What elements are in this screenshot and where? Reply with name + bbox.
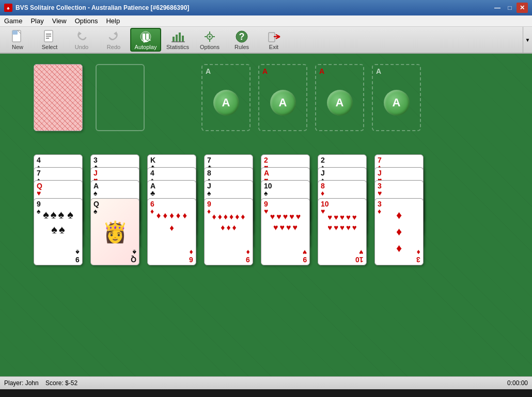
card-back-pattern <box>34 65 82 131</box>
exit-label: Exit <box>269 44 278 50</box>
redo-label: Redo <box>107 44 120 50</box>
window-controls: — □ ✕ <box>492 3 528 13</box>
statusbar: Player: John Score: $-52 0:00:00 <box>0 376 532 389</box>
game-area[interactable]: A A A A A A A A 4♠ 4♠ ♠ 7♠ 7♠ Q♥ Q♥ 9♠ 9… <box>0 54 532 376</box>
menu-game[interactable]: Game <box>0 15 26 26</box>
player-score: Player: John Score: $-52 <box>4 379 77 387</box>
tableau-1-card-4[interactable]: 9♠ 9♠ ♠♠♠ ♠♠♠ <box>34 198 83 265</box>
select-label: Select <box>42 44 58 50</box>
tableau-2-card-4[interactable]: Q♠ Q♠ 👸 <box>90 198 139 265</box>
select-icon <box>42 29 57 44</box>
queen-spades-image: 👸 <box>96 209 134 255</box>
foundation-3[interactable]: A A <box>315 64 364 131</box>
game-time: 0:00:00 <box>507 379 528 387</box>
undo-label: Undo <box>75 44 88 50</box>
toolbar: New Select Undo R <box>0 27 532 54</box>
foundation-4-ace: A <box>384 90 410 116</box>
minimize-button[interactable]: — <box>492 3 503 13</box>
stock-pile[interactable] <box>34 64 83 131</box>
foundation-3-rank: A <box>319 67 324 75</box>
toolbar-scroll[interactable]: ▼ <box>523 27 532 53</box>
select-button[interactable]: Select <box>34 28 65 52</box>
menu-help[interactable]: Help <box>102 15 124 26</box>
close-button[interactable]: ✕ <box>517 3 528 13</box>
new-icon <box>10 29 25 44</box>
statistics-icon <box>170 29 185 44</box>
score-label: Score: $-52 <box>45 379 77 387</box>
foundation-2-ace: A <box>270 90 296 116</box>
player-label: Player: John <box>4 379 39 387</box>
app-icon: ♠ <box>4 4 12 12</box>
tableau-7-card-4[interactable]: 3♦ 3♦ ♦ ♦ ♦ <box>374 198 424 265</box>
svg-rect-14 <box>173 37 175 42</box>
new-button[interactable]: New <box>2 28 33 52</box>
undo-button[interactable]: Undo <box>66 28 97 52</box>
svg-rect-1 <box>12 30 18 35</box>
rules-button[interactable]: ? Rules <box>226 28 257 52</box>
foundation-3-ace: A <box>327 90 353 116</box>
menu-view[interactable]: View <box>48 15 71 26</box>
waste-pile[interactable] <box>96 64 145 131</box>
svg-rect-15 <box>176 35 178 42</box>
statistics-label: Statistics <box>166 44 189 50</box>
options-icon <box>202 29 217 44</box>
foundation-1-ace: A <box>213 90 239 116</box>
maximize-button[interactable]: □ <box>504 3 515 13</box>
foundation-2-rank: A <box>262 67 268 75</box>
options-label: Options <box>200 44 220 50</box>
svg-point-20 <box>209 36 211 38</box>
autoplay-icon <box>138 29 153 44</box>
foundation-1[interactable]: A A <box>201 64 251 131</box>
menu-play[interactable]: Play <box>26 15 48 26</box>
redo-button[interactable]: Redo <box>98 28 129 52</box>
new-label: New <box>12 44 23 50</box>
menubar: Game Play View Options Help <box>0 15 532 27</box>
foundation-4-rank: A <box>376 67 381 75</box>
svg-marker-8 <box>114 31 117 36</box>
statistics-button[interactable]: Statistics <box>162 28 193 52</box>
tableau-5-card-4[interactable]: 9♥ 9♥ ♥♥♥ ♥♥♥ ♥♥♥ <box>261 198 310 265</box>
tableau-3-card-4[interactable]: 6♦ 6♦ ♦♦ ♦♦ ♦♦ <box>147 198 196 265</box>
foundation-2[interactable]: A A <box>258 64 307 131</box>
rules-icon: ? <box>234 29 249 44</box>
svg-rect-10 <box>143 34 145 40</box>
menu-options[interactable]: Options <box>71 15 102 26</box>
tableau-6-card-4[interactable]: 10♥ 10♥ ♥♥♥ ♥♥♥ ♥♥♥ ♥ <box>318 198 367 265</box>
redo-icon <box>106 29 121 44</box>
foundation-1-rank: A <box>206 67 211 75</box>
undo-icon <box>74 29 89 44</box>
svg-text:?: ? <box>239 31 245 42</box>
rules-label: Rules <box>234 44 249 50</box>
foundation-4[interactable]: A A <box>372 64 421 131</box>
autoplay-button[interactable]: Autoplay <box>130 28 161 52</box>
autoplay-label: Autoplay <box>135 44 157 50</box>
titlebar: ♠ BVS Solitaire Collection - Australian … <box>0 0 532 15</box>
options-button[interactable]: Options <box>194 28 225 52</box>
exit-button[interactable]: Exit <box>258 28 289 52</box>
window-title: BVS Solitaire Collection - Australian Pa… <box>15 4 492 11</box>
svg-marker-7 <box>79 31 82 36</box>
svg-rect-16 <box>179 33 181 42</box>
exit-icon <box>267 29 281 44</box>
svg-rect-11 <box>146 34 149 40</box>
svg-rect-17 <box>182 36 184 42</box>
tableau-4-card-4[interactable]: 9♦ 9♦ ♦♦♦ ♦♦♦ ♦♦♦ <box>204 198 253 265</box>
